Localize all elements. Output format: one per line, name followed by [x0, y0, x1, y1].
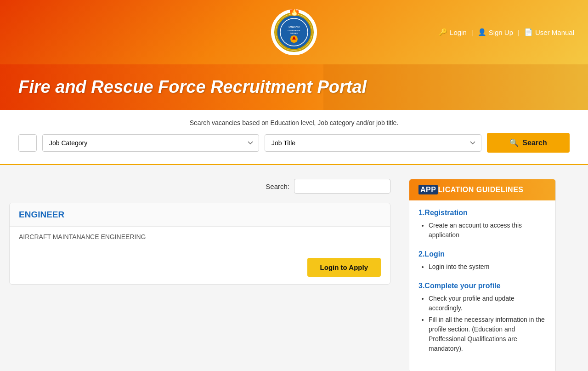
manual-icon: 📄 — [524, 28, 533, 36]
guideline-step-login: 2.Login Login into the system — [418, 250, 546, 272]
job-card: ENGINEER AIRCRAFT MAINTANANCE ENGINEERIN… — [9, 203, 390, 285]
guidelines-highlight: APP — [418, 185, 438, 194]
guidelines-box: APPLICATION GUIDELINES 1.Registration Cr… — [409, 179, 556, 371]
guideline-step-2-title: 2.Login — [418, 250, 546, 258]
search-controls: Job Category Job Title 🔍 Search — [18, 133, 570, 153]
signup-link[interactable]: 👤 Sign Up — [478, 28, 513, 36]
job-card-header: ENGINEER — [10, 203, 390, 227]
svg-text:UNDA MAISHA: UNDA MAISHA — [288, 29, 300, 32]
job-title-link[interactable]: ENGINEER — [19, 210, 64, 219]
search-hint: Search vacancies based on Education leve… — [18, 119, 570, 126]
logo-flame-icon: 🔥 — [288, 9, 300, 17]
login-icon: 🔑 — [439, 28, 447, 36]
hero-title: Fire and Rescue Force Recruitment Portal — [18, 77, 570, 97]
nav-sep-1: | — [471, 29, 473, 36]
svg-text:NA MALI: NA MALI — [290, 32, 298, 34]
guideline-step-2-item-1: Login into the system — [429, 262, 546, 272]
guideline-step-3-item-1: Check your profile and update accordingl… — [429, 294, 546, 313]
guidelines-panel: APPLICATION GUIDELINES 1.Registration Cr… — [400, 174, 565, 371]
login-link[interactable]: 🔑 Login — [439, 28, 467, 36]
job-body: AIRCRAFT MAINTANANCE ENGINEERING — [10, 227, 390, 253]
svg-text:TANZANIA: TANZANIA — [288, 25, 300, 28]
guideline-step-3-title: 3.Complete your profile — [418, 282, 546, 290]
hero-banner: Fire and Rescue Force Recruitment Portal — [0, 64, 588, 110]
login-to-apply-button[interactable]: Login to Apply — [307, 258, 381, 277]
search-bar: Search vacancies based on Education leve… — [0, 110, 588, 165]
search-icon: 🔍 — [509, 138, 519, 147]
guidelines-header-text: APPLICATION GUIDELINES — [418, 186, 524, 194]
search-button[interactable]: 🔍 Search — [487, 133, 570, 153]
jobs-panel: Search: ENGINEER AIRCRAFT MAINTANANCE EN… — [0, 174, 400, 371]
user-manual-link[interactable]: 📄 User Manual — [524, 28, 574, 36]
job-title-select[interactable]: Job Title — [265, 134, 481, 152]
header-nav: 🔑 Login | 👤 Sign Up | 📄 User Manual — [439, 28, 574, 36]
guidelines-header: APPLICATION GUIDELINES — [409, 179, 555, 200]
signup-icon: 👤 — [478, 28, 486, 36]
guideline-step-1-item-1: Create an account to access this applica… — [429, 221, 546, 240]
jobs-search-input[interactable] — [294, 179, 390, 194]
logo-emblem: TANZANIA UNDA MAISHA NA MALI — [276, 14, 312, 51]
logo-container: 🔥 TANZANIA UNDA MAISHA NA MALI — [271, 9, 317, 55]
main-content: Search: ENGINEER AIRCRAFT MAINTANANCE EN… — [0, 165, 588, 371]
header: 🔥 TANZANIA UNDA MAISHA NA MALI 🔑 Login |… — [0, 0, 588, 64]
jobs-search-row: Search: — [9, 179, 390, 194]
job-category: AIRCRAFT MAINTANANCE ENGINEERING — [19, 233, 381, 240]
education-select[interactable] — [18, 134, 37, 152]
job-footer: Login to Apply — [10, 253, 390, 284]
jobs-search-label: Search: — [266, 183, 289, 190]
guideline-step-1-title: 1.Registration — [418, 209, 546, 217]
job-category-select[interactable]: Job Category — [42, 134, 259, 152]
nav-sep-2: | — [518, 29, 520, 36]
guideline-step-3-item-2: Fill in all the necessary information in… — [429, 315, 546, 354]
guideline-step-registration: 1.Registration Create an account to acce… — [418, 209, 546, 240]
guideline-step-profile: 3.Complete your profile Check your profi… — [418, 282, 546, 354]
guidelines-body: 1.Registration Create an account to acce… — [409, 200, 555, 371]
